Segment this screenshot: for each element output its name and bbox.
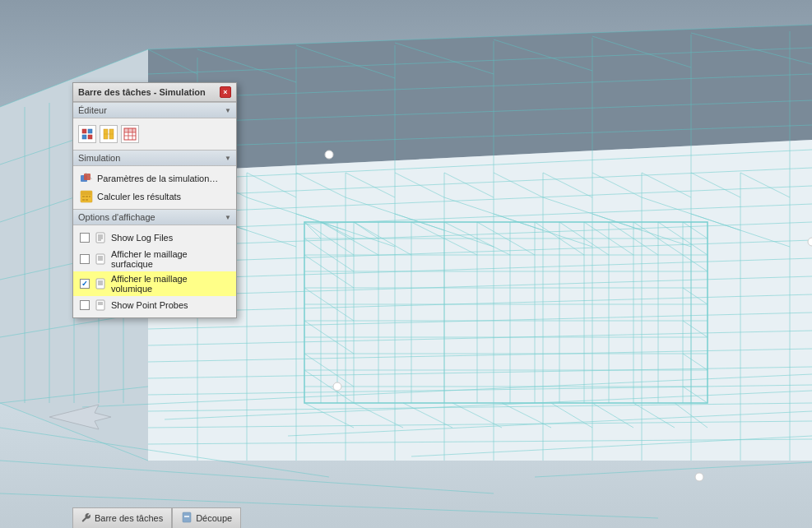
tool-icon-properties[interactable] xyxy=(78,125,96,143)
section-options-label: Options d'affichage xyxy=(78,212,155,222)
checkbox-probes[interactable] xyxy=(80,300,90,310)
svg-rect-189 xyxy=(86,199,88,201)
tab-decoupe-label: Découpe xyxy=(196,513,232,523)
section-options[interactable]: Options d'affichage ▼ xyxy=(73,209,236,225)
menu-item-log[interactable]: Show Log Files xyxy=(73,229,236,247)
menu-item-params[interactable]: Paramètres de la simulation… xyxy=(73,169,236,188)
svg-point-162 xyxy=(325,151,333,159)
cut-icon xyxy=(181,512,193,525)
surface-label: Afficher le maillage surfacique xyxy=(111,249,230,269)
volume-label: Afficher le maillage volumique xyxy=(111,274,230,294)
tool-icon-table[interactable] xyxy=(121,125,139,143)
svg-rect-206 xyxy=(183,512,191,522)
section-simulation[interactable]: Simulation ▼ xyxy=(73,150,236,166)
svg-rect-175 xyxy=(124,128,136,132)
wrench-icon xyxy=(81,512,91,524)
bottom-tabs: Barre des tâches Découpe xyxy=(72,507,241,528)
svg-marker-3 xyxy=(148,140,812,461)
menu-item-volume[interactable]: Afficher le maillage volumique xyxy=(73,271,236,296)
close-button[interactable]: × xyxy=(220,86,231,98)
log-icon xyxy=(94,231,107,244)
svg-rect-170 xyxy=(88,135,92,139)
simulation-content: Paramètres de la simulation… Calculer le… xyxy=(73,166,236,209)
svg-rect-195 xyxy=(96,254,104,264)
toolbar-title: Barre des tâches - Simulation xyxy=(78,87,206,97)
log-label: Show Log Files xyxy=(111,233,173,243)
section-editeur-label: Éditeur xyxy=(78,105,107,115)
params-icon xyxy=(80,172,93,185)
svg-rect-185 xyxy=(82,196,85,197)
svg-rect-188 xyxy=(82,199,85,201)
svg-rect-186 xyxy=(86,196,88,197)
svg-rect-167 xyxy=(82,129,86,133)
tab-taskbar[interactable]: Barre des tâches xyxy=(72,507,172,528)
svg-rect-184 xyxy=(81,192,91,195)
svg-rect-168 xyxy=(88,129,92,133)
section-simulation-label: Simulation xyxy=(78,153,120,163)
toolbar-title-bar[interactable]: Barre des tâches - Simulation × xyxy=(73,83,236,102)
checkbox-surface[interactable] xyxy=(80,254,90,264)
editeur-toolbar-icons xyxy=(73,122,236,146)
menu-item-surface[interactable]: Afficher le maillage surfacique xyxy=(73,247,236,271)
menu-item-calc[interactable]: Calculer les résultats xyxy=(73,188,236,206)
options-arrow: ▼ xyxy=(225,214,231,221)
editeur-content xyxy=(73,118,236,150)
params-label: Paramètres de la simulation… xyxy=(97,174,218,183)
checkbox-log[interactable] xyxy=(80,233,90,243)
simulation-arrow: ▼ xyxy=(225,155,231,162)
checkbox-volume[interactable] xyxy=(80,279,90,289)
svg-point-165 xyxy=(695,473,703,481)
probes-label: Show Point Probes xyxy=(111,300,188,310)
svg-rect-187 xyxy=(89,196,90,197)
svg-rect-190 xyxy=(96,233,104,243)
menu-item-probes[interactable]: Show Point Probes xyxy=(73,296,236,314)
tab-decoupe[interactable]: Découpe xyxy=(172,507,241,528)
options-content: Show Log Files Afficher le maillage surf… xyxy=(73,225,236,317)
svg-rect-203 xyxy=(96,300,104,310)
editeur-arrow: ▼ xyxy=(225,107,231,114)
calc-icon xyxy=(80,190,93,203)
svg-rect-199 xyxy=(96,279,104,289)
svg-marker-166 xyxy=(49,405,111,429)
volume-icon xyxy=(94,277,107,290)
surface-icon xyxy=(94,252,107,266)
probes-icon xyxy=(94,299,107,312)
svg-rect-169 xyxy=(82,135,86,139)
section-editeur[interactable]: Éditeur ▼ xyxy=(73,102,236,118)
toolbar-panel: Barre des tâches - Simulation × Éditeur … xyxy=(72,82,237,318)
tab-taskbar-label: Barre des tâches xyxy=(95,513,163,523)
calc-label: Calculer les résultats xyxy=(97,192,181,201)
svg-point-164 xyxy=(333,382,341,391)
tool-icon-grid[interactable] xyxy=(100,125,118,143)
